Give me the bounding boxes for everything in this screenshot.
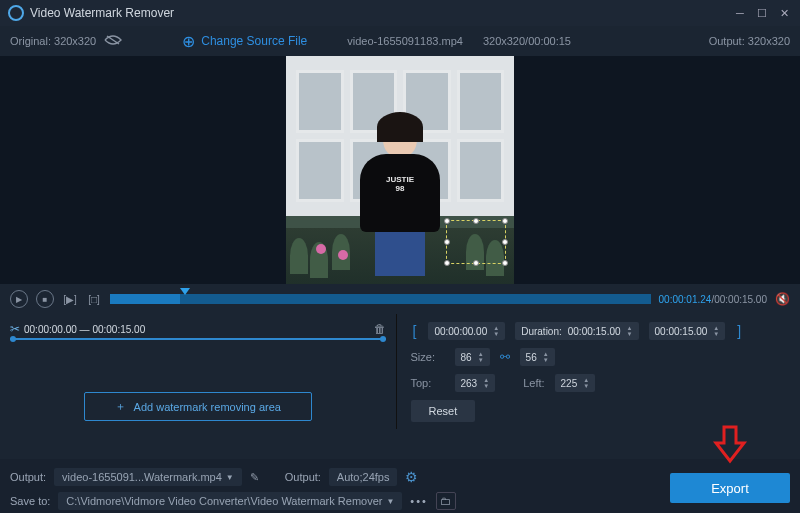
- source-dimensions-duration: 320x320/00:00:15: [483, 35, 571, 47]
- stop-button[interactable]: ■: [36, 290, 54, 308]
- preview-frame[interactable]: JUSTIE98: [286, 56, 514, 284]
- output-format-dropdown[interactable]: Auto;24fps: [329, 468, 398, 486]
- timecode-display: 00:00:01.24/00:00:15.00: [659, 294, 767, 305]
- height-field[interactable]: 56▲▼: [520, 348, 555, 366]
- frame-forward-button[interactable]: [□]: [86, 292, 102, 306]
- segment-line[interactable]: [10, 338, 386, 340]
- app-logo-icon: [8, 5, 24, 21]
- visibility-toggle-icon[interactable]: [104, 33, 122, 49]
- playback-bar: ▶ ■ [▶] [□] 00:00:01.24/00:00:15.00 🔇: [0, 284, 800, 314]
- left-field[interactable]: 225▲▼: [555, 374, 596, 392]
- more-options-button[interactable]: •••: [410, 495, 428, 507]
- play-button[interactable]: ▶: [10, 290, 28, 308]
- video-preview: JUSTIE98: [0, 56, 800, 284]
- saveto-path-dropdown[interactable]: C:\Vidmore\Vidmore Video Converter\Video…: [58, 492, 402, 510]
- top-label: Top:: [411, 377, 445, 389]
- edit-output-icon[interactable]: ✎: [250, 471, 259, 484]
- add-source-icon[interactable]: ⊕: [182, 32, 195, 51]
- change-source-button[interactable]: Change Source File: [201, 34, 307, 48]
- settings-icon[interactable]: ⚙: [405, 469, 418, 485]
- left-label: Left:: [523, 377, 544, 389]
- start-time-field[interactable]: 00:00:00.00▲▼: [428, 322, 505, 340]
- playhead-marker[interactable]: [180, 288, 190, 295]
- title-bar: Video Watermark Remover ─ ☐ ✕: [0, 0, 800, 26]
- watermark-selection-box[interactable]: [446, 220, 506, 264]
- bracket-start-button[interactable]: [: [411, 323, 419, 339]
- cut-segment-icon[interactable]: ✂: [10, 322, 20, 336]
- source-filename: video-1655091183.mp4: [347, 35, 463, 47]
- add-watermark-area-button[interactable]: ＋ Add watermark removing area: [84, 392, 312, 421]
- plus-icon: ＋: [115, 399, 126, 414]
- export-button[interactable]: Export: [670, 473, 790, 503]
- size-label: Size:: [411, 351, 445, 363]
- width-field[interactable]: 86▲▼: [455, 348, 490, 366]
- output-dimensions: Output: 320x320: [709, 35, 790, 47]
- reset-button[interactable]: Reset: [411, 400, 476, 422]
- segments-panel: ✂ 00:00:00.00 — 00:00:15.00 🗑 ＋ Add wate…: [0, 314, 397, 429]
- bottom-bar: Output: video-1655091...Watermark.mp4▼ ✎…: [0, 459, 800, 513]
- source-bar: Original: 320x320 ⊕ Change Source File v…: [0, 26, 800, 56]
- link-dimensions-icon[interactable]: ⚯: [500, 350, 510, 364]
- output-file-dropdown[interactable]: video-1655091...Watermark.mp4▼: [54, 468, 242, 486]
- output-file-label: Output:: [10, 471, 46, 483]
- app-title: Video Watermark Remover: [30, 6, 726, 20]
- duration-field[interactable]: Duration:00:00:15.00▲▼: [515, 322, 638, 340]
- saveto-label: Save to:: [10, 495, 50, 507]
- frame-back-button[interactable]: [▶]: [62, 292, 78, 306]
- open-folder-button[interactable]: 🗀: [436, 492, 456, 510]
- output-format-label: Output:: [285, 471, 321, 483]
- segment-range: 00:00:00.00 — 00:00:15.00: [24, 324, 374, 335]
- end-time-field[interactable]: 00:00:15.00▲▼: [649, 322, 726, 340]
- shirt-text: JUSTIE98: [360, 154, 440, 194]
- minimize-button[interactable]: ─: [732, 5, 748, 21]
- delete-segment-icon[interactable]: 🗑: [374, 322, 386, 336]
- properties-panel: [ 00:00:00.00▲▼ Duration:00:00:15.00▲▼ 0…: [397, 314, 801, 429]
- maximize-button[interactable]: ☐: [754, 5, 770, 21]
- bracket-end-button[interactable]: ]: [735, 323, 743, 339]
- timeline-slider[interactable]: [110, 294, 651, 304]
- original-dimensions: Original: 320x320: [10, 35, 96, 47]
- volume-icon[interactable]: 🔇: [775, 292, 790, 306]
- close-button[interactable]: ✕: [776, 5, 792, 21]
- top-field[interactable]: 263▲▼: [455, 374, 496, 392]
